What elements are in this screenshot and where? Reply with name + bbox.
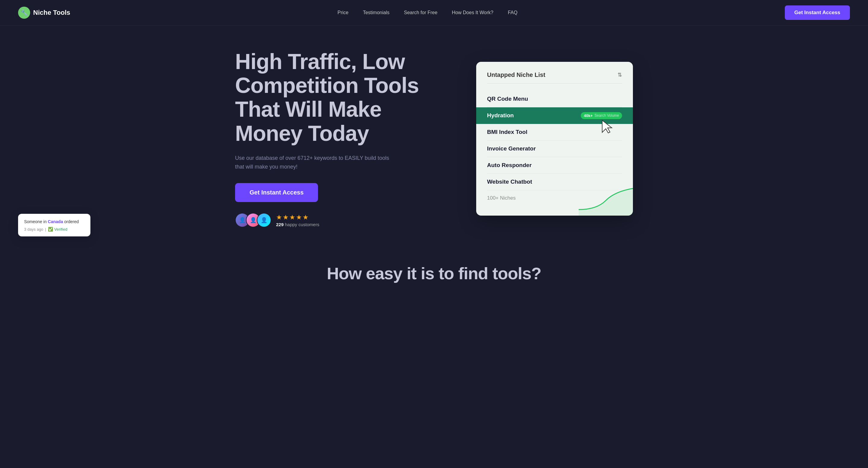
niche-item-invoice[interactable]: Invoice Generator	[487, 141, 622, 157]
hero-title: High Traffic, Low Competition Tools That…	[235, 50, 446, 145]
avatars: 👤 👤 👤	[235, 213, 271, 227]
hero-right: Untapped Niche List ⇅ QR Code Menu Hydra…	[476, 62, 633, 215]
notification-popup: Someone in Canada ordered 3 days ago | ✅…	[18, 214, 90, 236]
hero-content: High Traffic, Low Competition Tools That…	[217, 26, 651, 245]
logo-icon: 🔧	[18, 7, 30, 19]
navigation: 🔧 Niche Tools Price Testimonials Search …	[0, 0, 868, 26]
verified-badge: ✅ Verified	[48, 227, 67, 232]
svg-marker-0	[602, 120, 612, 133]
avatar-img-3: 👤	[257, 213, 271, 227]
nav-links: Price Testimonials Search for Free How D…	[338, 10, 518, 16]
nav-cta-button[interactable]: Get Instant Access	[785, 5, 850, 20]
niche-label-bmi: BMI Index Tool	[487, 129, 527, 136]
sort-icon[interactable]: ⇅	[618, 71, 622, 78]
badge-count: 40k+	[584, 113, 592, 118]
notification-prefix: Someone in	[24, 219, 47, 224]
logo-text: Niche Tools	[33, 9, 70, 17]
verified-icon: ✅	[48, 227, 53, 232]
notification-text: Someone in Canada ordered	[24, 218, 84, 225]
niche-item-autoresponder[interactable]: Auto Responder	[487, 157, 622, 174]
notification-location: Canada	[48, 219, 63, 224]
nav-search[interactable]: Search for Free	[404, 10, 437, 15]
hero-subtitle: Use our database of over 6712+ keywords …	[235, 154, 392, 171]
hero-section: High Traffic, Low Competition Tools That…	[0, 26, 868, 245]
nav-faq[interactable]: FAQ	[508, 10, 518, 15]
search-volume-badge: 40k+ Search Volume	[581, 112, 622, 119]
customers-text: 229 happy customers	[276, 222, 319, 227]
notification-meta: 3 days ago | ✅ Verified	[24, 227, 84, 232]
hero-cta-button[interactable]: Get Instant Access	[235, 183, 318, 202]
customer-count: 229	[276, 222, 284, 227]
bottom-title: How easy it is to find tools?	[18, 264, 850, 283]
badge-label: Search Volume	[595, 113, 619, 118]
nav-how[interactable]: How Does It Work?	[452, 10, 493, 15]
niche-label-invoice: Invoice Generator	[487, 145, 536, 152]
notification-time: 3 days ago	[24, 227, 43, 232]
niche-label-more: 100+ Niches	[487, 195, 516, 201]
niche-label-chatbot: Website Chatbot	[487, 178, 532, 185]
niche-card-header: Untapped Niche List ⇅	[487, 71, 622, 84]
nav-price[interactable]: Price	[338, 10, 348, 15]
notification-suffix: ordered	[64, 219, 79, 224]
stars-group: ★★★★★ 229 happy customers	[276, 213, 319, 227]
social-proof: 👤 👤 👤 ★★★★★ 229 happy customers	[235, 213, 446, 227]
bottom-section: How easy it is to find tools?	[0, 245, 868, 295]
notification-separator: |	[45, 227, 46, 232]
verified-text: Verified	[54, 227, 67, 232]
niche-label-autoresponder: Auto Responder	[487, 162, 532, 169]
niche-label-qr: QR Code Menu	[487, 96, 528, 102]
niche-label-hydration: Hydration	[487, 112, 514, 119]
niche-item-qr[interactable]: QR Code Menu	[487, 91, 622, 107]
logo[interactable]: 🔧 Niche Tools	[18, 7, 70, 19]
niche-card-title: Untapped Niche List	[487, 71, 545, 79]
niche-card: Untapped Niche List ⇅ QR Code Menu Hydra…	[476, 62, 633, 215]
star-rating: ★★★★★	[276, 213, 319, 221]
chart-curve	[579, 185, 633, 215]
customers-label: happy customers	[285, 222, 319, 227]
cursor-arrow	[600, 119, 615, 136]
hero-left: High Traffic, Low Competition Tools That…	[235, 50, 446, 227]
nav-testimonials[interactable]: Testimonials	[363, 10, 390, 15]
avatar-3: 👤	[257, 213, 271, 227]
